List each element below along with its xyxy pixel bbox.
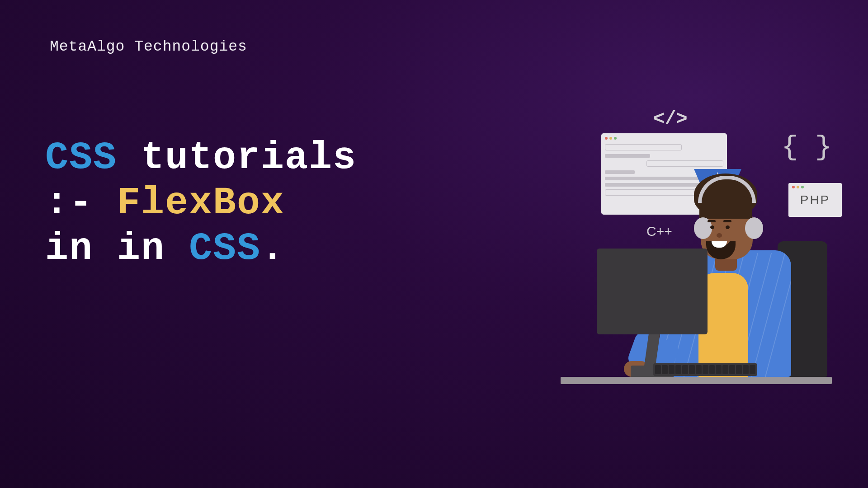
title-word-css: CSS	[45, 136, 117, 180]
title-word-in1: in	[45, 227, 93, 271]
keyboard-graphic	[653, 363, 757, 376]
title-word-period: .	[261, 227, 285, 271]
title-word-in2: in	[117, 227, 165, 271]
hero-illustration: </> { } C++ PHP	[552, 99, 832, 389]
title-word-flexbox: FlexBox	[117, 181, 285, 225]
monitor-graphic	[597, 249, 708, 334]
brace-icon: { }	[781, 131, 832, 163]
title-word-tutorials: tutorials	[141, 136, 357, 180]
brand-label: MetaAlgo Technologies	[50, 38, 247, 55]
code-tag-icon: </>	[653, 108, 688, 130]
window-controls-icon	[605, 137, 723, 140]
title-word-colon: :-	[45, 181, 93, 225]
title-word-css2: CSS	[189, 227, 261, 271]
page-title: CSS tutorials :- FlexBox in in CSS.	[45, 136, 357, 272]
desk-graphic	[561, 377, 832, 384]
